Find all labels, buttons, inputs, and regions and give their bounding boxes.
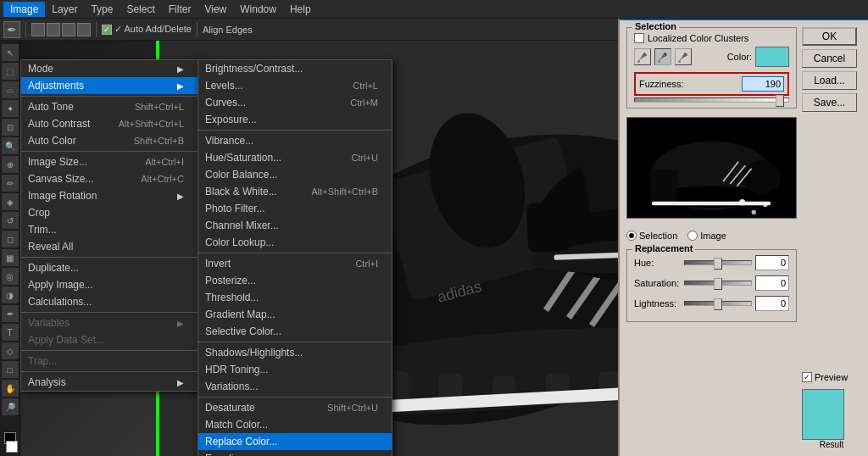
tool-hand[interactable]: ✋ — [2, 380, 19, 397]
cancel-button[interactable]: Cancel — [802, 49, 857, 68]
lightness-slider[interactable] — [684, 301, 752, 306]
shape-option-2[interactable] — [47, 23, 60, 36]
localized-color-clusters-checkbox[interactable] — [634, 33, 644, 43]
menu-view[interactable]: View — [198, 2, 233, 17]
tool-lasso[interactable]: ⌓ — [2, 81, 19, 98]
submenu-posterize[interactable]: Posterize... — [198, 272, 392, 289]
menu-apply-image[interactable]: Apply Image... — [21, 276, 198, 293]
submenu-channel-mixer[interactable]: Channel Mixer... — [198, 217, 392, 234]
menu-filter[interactable]: Filter — [162, 2, 198, 17]
submenu-shadows-highlights[interactable]: Shadows/Highlights... — [198, 344, 392, 361]
tool-magic[interactable]: ✦ — [2, 100, 19, 117]
save-button[interactable]: Save... — [802, 93, 857, 112]
submenu-hdr-toning[interactable]: HDR Toning... — [198, 361, 392, 378]
menu-auto-tone[interactable]: Auto Tone Shift+Ctrl+L — [21, 98, 198, 115]
tool-text[interactable]: T — [2, 324, 19, 341]
menu-duplicate[interactable]: Duplicate... — [21, 259, 198, 276]
submenu-color-lookup[interactable]: Color Lookup... — [198, 234, 392, 251]
submenu-vibrance[interactable]: Vibrance... — [198, 132, 392, 149]
submenu-exposure[interactable]: Exposure... — [198, 111, 392, 128]
tool-path[interactable]: ◇ — [2, 342, 19, 359]
image-radio[interactable] — [687, 231, 698, 241]
submenu-invert[interactable]: Invert Ctrl+I — [198, 255, 392, 272]
menu-crop[interactable]: Crop — [21, 204, 198, 221]
submenu-hue-saturation[interactable]: Hue/Saturation... Ctrl+U — [198, 149, 392, 166]
submenu-curves[interactable]: Curves... Ctrl+M — [198, 94, 392, 111]
tool-zoom[interactable]: 🔎 — [2, 398, 19, 415]
menu-trim[interactable]: Trim... — [21, 221, 198, 238]
submenu-variations[interactable]: Variations... — [198, 378, 392, 395]
tool-brush[interactable]: ✏ — [2, 175, 19, 192]
menu-image-size[interactable]: Image Size... Alt+Ctrl+I — [21, 153, 198, 170]
eyedropper-button-3[interactable]: − — [675, 48, 692, 65]
mode-arrow: ▶ — [177, 64, 184, 74]
menu-analysis[interactable]: Analysis ▶ — [21, 374, 198, 391]
image-radio-item[interactable]: Image — [687, 231, 726, 241]
lightness-input[interactable] — [755, 296, 789, 311]
submenu-replace-color[interactable]: Replace Color... — [198, 433, 392, 450]
tool-history[interactable]: ↺ — [2, 212, 19, 229]
tool-heal[interactable]: ⊕ — [2, 156, 19, 173]
submenu-photo-filter[interactable]: Photo Filter... — [198, 200, 392, 217]
menu-adjustments[interactable]: Adjustments ▶ — [21, 77, 198, 94]
fuzziness-slider-thumb[interactable] — [776, 95, 784, 107]
tool-pen[interactable]: ✒ — [2, 305, 19, 322]
color-swatch[interactable] — [755, 47, 789, 67]
hue-slider[interactable] — [684, 260, 752, 265]
result-swatch[interactable] — [802, 389, 844, 440]
menu-window[interactable]: Window — [233, 2, 283, 17]
submenu-brightness[interactable]: Brightness/Contrast... — [198, 60, 392, 77]
load-button[interactable]: Load... — [802, 71, 857, 90]
toolbar-pen-icon[interactable]: ✒ — [3, 21, 20, 38]
tool-blur[interactable]: ◎ — [2, 268, 19, 285]
submenu-selective-color[interactable]: Selective Color... — [198, 323, 392, 340]
lightness-thumb[interactable] — [714, 298, 722, 310]
tool-stamp[interactable]: ◈ — [2, 193, 19, 210]
menu-auto-color[interactable]: Auto Color Shift+Ctrl+B — [21, 132, 198, 149]
submenu-match-color[interactable]: Match Color... — [198, 416, 392, 433]
fuzziness-input[interactable] — [742, 76, 784, 92]
tool-arrow[interactable]: ↖ — [2, 44, 19, 61]
preview-checkbox[interactable]: ✓ — [802, 372, 812, 382]
submenu-levels[interactable]: Levels... Ctrl+L — [198, 77, 392, 94]
menu-reveal-all[interactable]: Reveal All — [21, 238, 198, 255]
eyedropper-button-2[interactable]: + — [654, 48, 671, 65]
shape-option-3[interactable] — [62, 23, 75, 36]
selection-radio[interactable] — [626, 231, 637, 241]
eyedropper-button-1[interactable] — [634, 48, 651, 65]
ok-button[interactable]: OK — [802, 27, 857, 46]
menu-layer[interactable]: Layer — [45, 2, 84, 17]
saturation-slider[interactable] — [684, 281, 752, 286]
submenu-desaturate[interactable]: Desaturate Shift+Ctrl+U — [198, 399, 392, 416]
background-color[interactable] — [6, 441, 18, 453]
saturation-thumb[interactable] — [714, 278, 722, 290]
tool-eyedropper[interactable]: 🔍 — [2, 137, 19, 154]
tool-dodge[interactable]: ◑ — [2, 286, 19, 303]
hue-thumb[interactable] — [714, 258, 722, 270]
tool-select[interactable]: ⬚ — [2, 63, 19, 80]
submenu-gradient-map[interactable]: Gradient Map... — [198, 306, 392, 323]
saturation-input[interactable] — [755, 275, 789, 291]
tool-eraser[interactable]: ◻ — [2, 231, 19, 247]
submenu-threshold[interactable]: Threshold... — [198, 289, 392, 306]
submenu-color-balance[interactable]: Color Balance... — [198, 166, 392, 183]
menu-image[interactable]: Image — [3, 2, 45, 17]
menu-canvas-size[interactable]: Canvas Size... Alt+Ctrl+C — [21, 170, 198, 187]
menu-auto-contrast[interactable]: Auto Contrast Alt+Shift+Ctrl+L — [21, 115, 198, 132]
tool-shape[interactable]: □ — [2, 361, 19, 378]
menu-image-rotation[interactable]: Image Rotation ▶ — [21, 187, 198, 204]
tool-gradient[interactable]: ▦ — [2, 249, 19, 266]
selection-radio-item[interactable]: Selection — [626, 231, 677, 241]
menu-select[interactable]: Select — [120, 2, 161, 17]
submenu-black-white[interactable]: Black & White... Alt+Shift+Ctrl+B — [198, 183, 392, 200]
menu-mode[interactable]: Mode ▶ — [21, 60, 198, 77]
tool-crop[interactable]: ⊡ — [2, 119, 19, 136]
menu-help[interactable]: Help — [283, 2, 318, 17]
submenu-equalize[interactable]: Equalize — [198, 450, 392, 456]
fuzziness-slider[interactable] — [634, 97, 789, 103]
menu-calculations[interactable]: Calculations... — [21, 293, 198, 310]
menu-type[interactable]: Type — [84, 2, 120, 17]
shape-option-4[interactable] — [77, 23, 91, 36]
shape-option-1[interactable] — [31, 23, 45, 36]
hue-input[interactable] — [755, 255, 789, 270]
